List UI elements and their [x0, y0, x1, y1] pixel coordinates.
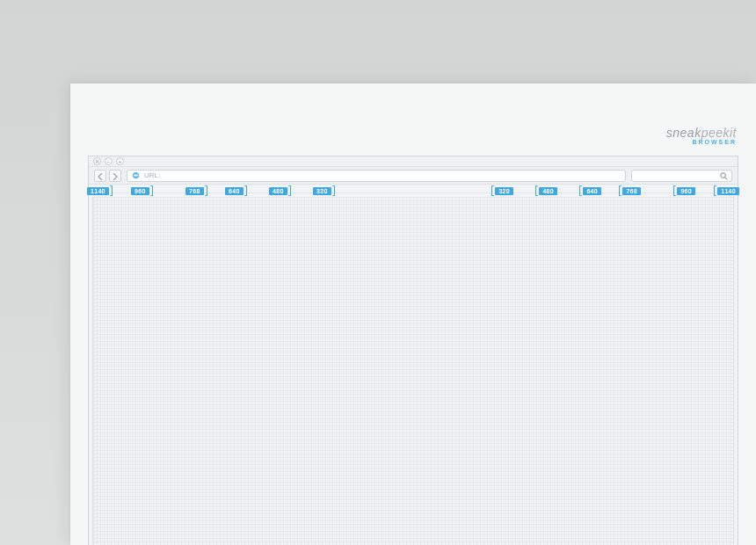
breakpoint-label: 960 [131, 187, 149, 195]
minus-icon: − [107, 159, 111, 164]
url-input[interactable]: URL: [127, 170, 626, 182]
url-label: URL: [144, 171, 160, 179]
window-titlebar: ✕ − + [89, 156, 738, 167]
search-input[interactable] [631, 170, 732, 182]
nav-button-group [94, 170, 121, 182]
back-button[interactable] [94, 170, 106, 182]
breakpoint-marker: 960 [131, 185, 153, 196]
breakpoint-marker: 640 [225, 185, 247, 196]
breakpoint-marker: 1140 [87, 185, 113, 196]
breakpoint-label: 960 [677, 187, 695, 195]
breakpoint-label: 768 [185, 187, 204, 195]
breakpoint-marker: 960 [673, 185, 695, 196]
desk-surface: sneakpeekit BROWSER ✕ − + [0, 0, 756, 545]
chevron-left-icon [98, 168, 103, 184]
svg-point-1 [721, 172, 725, 177]
breakpoint-tick-icon [110, 185, 113, 196]
plus-icon: + [119, 159, 122, 164]
breakpoint-tick-icon [244, 185, 247, 196]
breakpoint-tick-icon [535, 185, 538, 196]
breakpoint-tick-icon [714, 185, 716, 196]
breakpoint-marker: 1140 [714, 185, 739, 196]
breakpoint-label: 480 [539, 187, 557, 195]
breakpoint-tick-icon [205, 185, 207, 196]
breakpoint-ruler: 1140 960 768 640 480 320 320 480 640 768… [89, 185, 738, 197]
breakpoint-marker: 768 [619, 185, 641, 196]
window-maximize-button[interactable]: + [116, 157, 124, 165]
browser-frame: ✕ − + [88, 156, 738, 545]
breakpoint-tick-icon [619, 185, 622, 196]
breakpoint-label: 320 [313, 187, 331, 195]
paper-sheet: sneakpeekit BROWSER ✕ − + [70, 84, 756, 545]
breakpoint-marker: 320 [313, 185, 335, 196]
logo-word-1: sneak [666, 126, 701, 140]
brand-logo: sneakpeekit BROWSER [666, 126, 737, 145]
breakpoint-label: 320 [495, 187, 513, 195]
breakpoint-marker: 480 [269, 185, 291, 196]
logo-subtitle: BROWSER [666, 139, 737, 145]
chevron-right-icon [113, 168, 118, 184]
breakpoint-label: 768 [622, 187, 641, 195]
close-icon: ✕ [95, 159, 99, 164]
window-close-button[interactable]: ✕ [93, 157, 101, 165]
breakpoint-label: 1140 [717, 187, 739, 195]
breakpoint-label: 480 [269, 187, 287, 195]
breakpoint-marker: 480 [535, 185, 557, 196]
breakpoint-tick-icon [579, 185, 582, 196]
breakpoint-tick-icon [332, 185, 335, 196]
breakpoint-marker: 640 [579, 185, 601, 196]
breakpoint-tick-icon [491, 185, 494, 196]
breakpoint-tick-icon [150, 185, 153, 196]
svg-line-2 [725, 177, 727, 178]
breakpoint-label: 1140 [87, 187, 109, 195]
window-minimize-button[interactable]: − [105, 157, 113, 165]
logo-word-2: peekit [701, 126, 737, 140]
breakpoint-label: 640 [583, 187, 601, 195]
breakpoint-tick-icon [673, 185, 676, 196]
browser-toolbar: URL: [89, 167, 738, 185]
globe-icon [132, 171, 140, 179]
sketch-canvas[interactable] [92, 197, 734, 545]
breakpoint-label: 640 [225, 187, 244, 195]
forward-button[interactable] [109, 170, 121, 182]
breakpoint-marker: 320 [491, 185, 513, 196]
breakpoint-marker: 768 [185, 185, 207, 196]
breakpoint-tick-icon [288, 185, 291, 196]
search-icon [720, 168, 728, 184]
